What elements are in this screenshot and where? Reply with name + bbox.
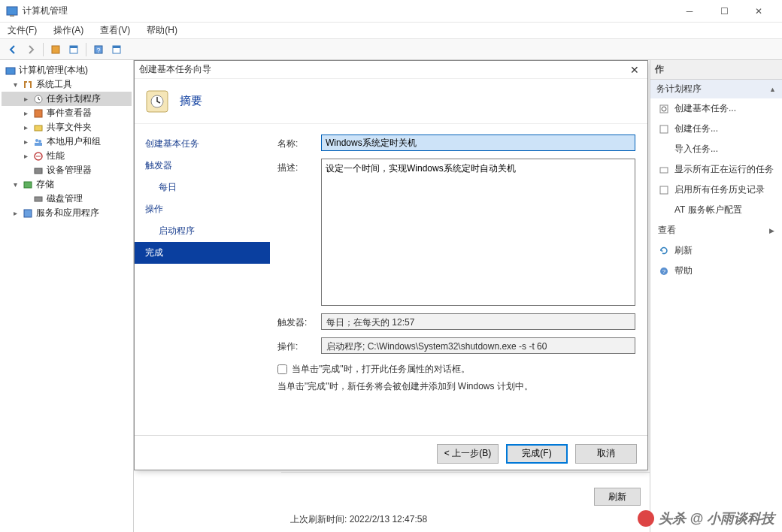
step-startprog[interactable]: 启动程序 [135,220,270,242]
wizard-icon [145,89,169,113]
titlebar: 计算机管理 ─ ☐ ✕ [0,0,782,23]
svg-rect-8 [113,46,120,48]
svg-point-13 [35,139,38,142]
tree-devmgr[interactable]: 设备管理器 [2,163,132,177]
menu-action[interactable]: 操作(A) [50,23,86,38]
action-help[interactable]: ?帮助 [650,261,782,281]
name-field[interactable] [321,135,635,151]
label-trigger: 触发器: [277,313,321,329]
svg-text:?: ? [96,47,100,54]
step-trigger[interactable]: 触发器 [135,155,270,177]
svg-rect-12 [35,125,42,131]
tree-view[interactable]: 计算机管理(本地) ▾系统工具 ▸任务计划程序 ▸事件查看器 ▸共享文件夹 ▸本… [0,60,134,532]
action-atconfig[interactable]: AT 服务帐户配置 [650,200,782,220]
action-value: 启动程序; C:\Windows\System32\shutdown.exe -… [321,337,635,354]
actions-header: 作 [650,60,782,80]
watermark-icon [638,510,654,527]
tree-localusers[interactable]: ▸本地用户和组 [2,135,132,149]
svg-rect-27 [660,186,668,194]
toolbar-icon-2[interactable] [65,41,82,58]
svg-rect-0 [7,7,17,15]
label-desc: 描述: [277,159,321,174]
tree-shares[interactable]: ▸共享文件夹 [2,120,132,135]
svg-rect-9 [6,68,15,74]
collapse-icon[interactable]: ▲ [769,86,776,93]
refresh-button[interactable]: 刷新 [594,488,641,506]
open-properties-checkbox[interactable] [277,364,287,374]
actions-section: 务计划程序 ▲ [650,80,782,98]
tree-eventvwr[interactable]: ▸事件查看器 [2,106,132,120]
action-showrunning[interactable]: 显示所有正在运行的任务 [650,159,782,180]
menubar: 文件(F) 操作(A) 查看(V) 帮助(H) [0,23,782,39]
actions-panel: 作 务计划程序 ▲ 创建基本任务... 创建任务... 导入任务... 显示所有… [650,60,782,532]
svg-rect-15 [35,143,42,146]
svg-rect-2 [52,46,59,53]
wizard-dialog: 创建基本任务向导 ✕ 摘要 创建基本任务 触发器 每日 操作 启动程序 完成 [134,60,648,470]
step-finish[interactable]: 完成 [135,242,270,264]
minimize-button[interactable]: ─ [672,0,707,23]
app-icon [6,5,18,17]
wizard-steps: 创建基本任务 触发器 每日 操作 启动程序 完成 [135,124,270,435]
help-icon[interactable]: ? [90,41,107,58]
back-button[interactable] [5,41,21,58]
label-action: 操作: [277,337,321,353]
svg-rect-18 [24,182,32,188]
svg-rect-4 [70,46,77,48]
window-title: 计算机管理 [23,5,672,17]
svg-rect-20 [24,210,32,217]
action-createbasic[interactable]: 创建基本任务... [650,98,782,119]
hint-text: 当单击"完成"时，新任务将会被创建并添加到 Windows 计划中。 [277,377,635,396]
dialog-subtitle: 摘要 [180,94,202,108]
finish-button[interactable]: 完成(F) [506,444,568,464]
cancel-button[interactable]: 取消 [575,444,637,464]
desc-field[interactable]: 设定一个时间，实现Windows系统定时自动关机 [321,159,635,306]
tree-services[interactable]: ▸服务和应用程序 [2,206,132,220]
bottom-strip: 刷新 上次刷新时间: 2022/2/13 12:47:58 [281,472,650,532]
svg-rect-19 [35,197,42,201]
step-create[interactable]: 创建基本任务 [135,133,270,155]
svg-rect-26 [660,168,668,173]
svg-rect-25 [660,125,668,133]
menu-help[interactable]: 帮助(H) [144,23,180,38]
menu-file[interactable]: 文件(F) [5,23,40,38]
action-refresh[interactable]: 刷新 [650,240,782,261]
step-daily[interactable]: 每日 [135,177,270,198]
svg-text:?: ? [662,268,666,275]
tree-root[interactable]: 计算机管理(本地) [2,63,132,77]
trigger-value: 每日；在每天的 12:57 [321,313,635,330]
tree-systools[interactable]: ▾系统工具 [2,77,132,92]
label-name: 名称: [277,135,321,150]
svg-rect-17 [35,168,42,174]
action-createtask[interactable]: 创建任务... [650,119,782,139]
maximize-button[interactable]: ☐ [707,0,741,23]
action-view[interactable]: 查看▶ [650,220,782,240]
action-enablehistory[interactable]: 启用所有任务历史记录 [650,180,782,200]
close-button[interactable]: ✕ [741,0,776,23]
svg-rect-1 [10,15,14,17]
step-action[interactable]: 操作 [135,198,270,220]
forward-button[interactable] [23,41,39,58]
dialog-title: 创建基本任务向导 [139,63,626,76]
toolbar-icon-4[interactable] [108,41,125,58]
last-refresh-time: 上次刷新时间: 2022/2/13 12:47:58 [290,513,641,526]
back-button[interactable]: < 上一步(B) [437,444,499,464]
center-pane: 创建基本任务向导 ✕ 摘要 创建基本任务 触发器 每日 操作 启动程序 完成 [134,60,650,532]
tree-diskmgr[interactable]: 磁盘管理 [2,192,132,206]
svg-rect-11 [35,110,42,117]
svg-point-14 [38,140,41,143]
tree-perf[interactable]: ▸性能 [2,149,132,163]
tree-taskschd[interactable]: ▸任务计划程序 [2,92,132,106]
dialog-close-button[interactable]: ✕ [626,64,643,76]
menu-view[interactable]: 查看(V) [97,23,133,38]
toolbar: ? [0,39,782,60]
checkbox-label: 当单击"完成"时，打开此任务属性的对话框。 [292,363,470,376]
watermark: 头杀 @ 小雨谈科技 [638,509,774,527]
tree-storage[interactable]: ▾存储 [2,177,132,192]
action-import[interactable]: 导入任务... [650,139,782,159]
toolbar-icon-1[interactable] [47,41,64,58]
